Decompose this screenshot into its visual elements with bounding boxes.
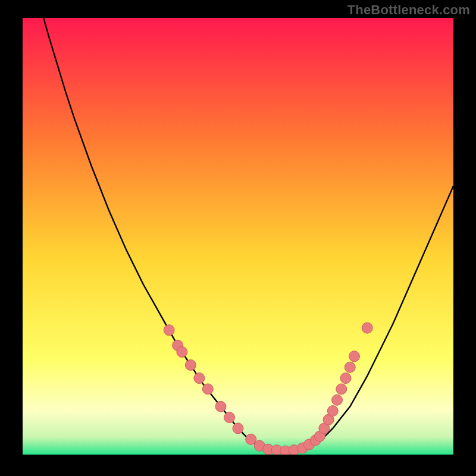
highlight-dot: [224, 412, 235, 423]
highlight-dot: [327, 406, 338, 416]
highlight-dot: [194, 373, 205, 384]
gradient-background: [23, 18, 453, 455]
highlight-dot: [177, 347, 187, 358]
bottleneck-chart: [0, 0, 476, 476]
highlight-dot: [349, 351, 359, 362]
highlight-dot: [332, 394, 343, 405]
highlight-dot: [336, 384, 347, 394]
highlight-dot: [202, 384, 213, 394]
highlight-dot: [185, 360, 196, 371]
chart-frame: { "watermark": { "text": "TheBottleneck.…: [0, 0, 476, 476]
highlight-dot: [362, 322, 372, 333]
highlight-dot: [345, 362, 355, 372]
highlight-dot: [340, 373, 351, 384]
highlight-dot: [164, 325, 174, 336]
highlight-dot: [233, 423, 243, 434]
highlight-dot: [215, 401, 226, 412]
watermark-text: TheBottleneck.com: [347, 2, 470, 18]
